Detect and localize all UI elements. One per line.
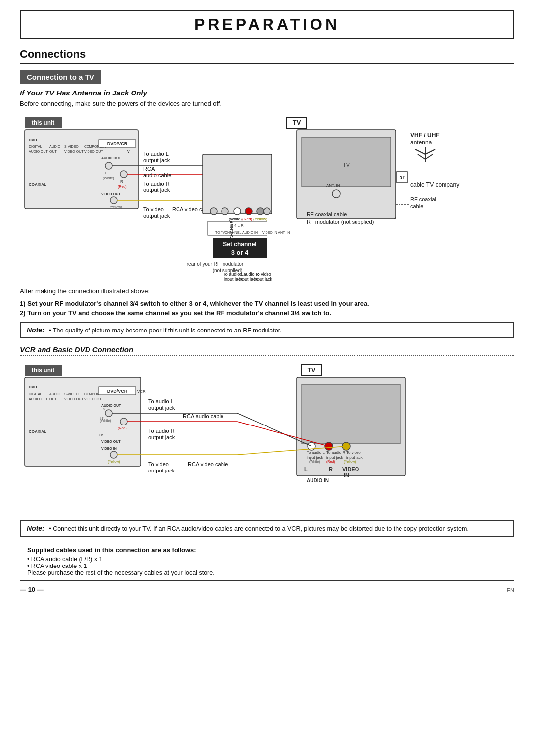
svg-text:VIDEO OUT: VIDEO OUT bbox=[101, 192, 121, 196]
svg-text:RF coaxial cable: RF coaxial cable bbox=[307, 211, 347, 217]
svg-text:output jack: output jack bbox=[148, 405, 175, 411]
step1: 1) Set your RF modulator's channel 3/4 s… bbox=[20, 300, 514, 307]
svg-text:DIGITAL: DIGITAL bbox=[29, 392, 42, 396]
svg-point-26 bbox=[110, 197, 117, 204]
cable2: • RCA video cable x 1 bbox=[27, 563, 507, 569]
svg-text:DIGITAL: DIGITAL bbox=[29, 145, 42, 148]
subsection1-heading: If Your TV Has Antenna in Jack Only bbox=[20, 89, 514, 97]
svg-text:S-VIDEO: S-VIDEO bbox=[64, 392, 79, 396]
svg-rect-130 bbox=[302, 384, 400, 444]
svg-text:To audio L: To audio L bbox=[143, 151, 169, 157]
svg-text:COAXIAL: COAXIAL bbox=[29, 182, 46, 187]
page-number: — 10 — bbox=[20, 586, 44, 593]
svg-text:(Yellow): (Yellow) bbox=[108, 460, 120, 464]
after-text: After making the connection illustrated … bbox=[20, 287, 514, 295]
svg-point-48 bbox=[222, 208, 228, 215]
svg-text:VHF / UHF: VHF / UHF bbox=[410, 132, 440, 139]
svg-point-21 bbox=[120, 171, 127, 178]
svg-text:RCA audio cable: RCA audio cable bbox=[183, 413, 223, 419]
svg-text:input jack: input jack bbox=[254, 277, 273, 281]
cable3: Please purchase the rest of the necessar… bbox=[27, 569, 507, 576]
svg-text:DVD: DVD bbox=[29, 385, 37, 389]
svg-text:RF coaxial: RF coaxial bbox=[410, 196, 436, 202]
svg-line-76 bbox=[415, 149, 425, 154]
svg-rect-40 bbox=[203, 154, 272, 214]
svg-text:Y: Y bbox=[103, 407, 106, 412]
supplied-cables-box: Supplied cables used in this connection … bbox=[20, 542, 514, 581]
note2-box: Note: • Connect this unit directly to yo… bbox=[20, 520, 514, 537]
svg-text:To audio R: To audio R bbox=[326, 450, 345, 455]
svg-text:(White): (White) bbox=[103, 176, 114, 180]
subsection-bar: Connection to a TV bbox=[20, 70, 101, 84]
svg-point-116 bbox=[110, 451, 117, 458]
note2-text: Connect this unit directly to your TV. I… bbox=[53, 525, 469, 532]
svg-text:To audio R: To audio R bbox=[143, 181, 170, 187]
svg-text:TV: TV bbox=[343, 162, 350, 168]
svg-text:To video: To video bbox=[346, 450, 361, 455]
svg-text:or: or bbox=[400, 174, 405, 180]
note1-bullet: • bbox=[49, 327, 51, 334]
svg-text:To audio R: To audio R bbox=[148, 428, 175, 434]
svg-point-47 bbox=[210, 208, 217, 215]
svg-text:(Yellow): (Yellow) bbox=[253, 217, 267, 221]
svg-text:V: V bbox=[127, 150, 130, 153]
svg-text:VIDEO OUT: VIDEO OUT bbox=[84, 397, 103, 401]
svg-text:output jack: output jack bbox=[143, 187, 170, 193]
svg-text:Cr: Cr bbox=[100, 416, 104, 420]
svg-text:output jack: output jack bbox=[148, 468, 175, 473]
svg-text:L: L bbox=[304, 466, 308, 472]
svg-text:cable: cable bbox=[410, 203, 423, 209]
section-heading: Connections bbox=[20, 48, 514, 64]
svg-text:input jack: input jack bbox=[307, 455, 324, 460]
svg-text:output jack: output jack bbox=[143, 157, 170, 163]
svg-text:AUDIO OUT: AUDIO OUT bbox=[29, 397, 48, 401]
svg-text:audio cable: audio cable bbox=[143, 172, 171, 178]
svg-text:input jack: input jack bbox=[346, 455, 363, 460]
steps-list: 1) Set your RF modulator's channel 3/4 s… bbox=[20, 300, 514, 317]
svg-text:ANT. IN: ANT. IN bbox=[326, 183, 340, 188]
page-number-value: 10 bbox=[28, 586, 35, 593]
svg-text:RCA video cable: RCA video cable bbox=[188, 461, 228, 467]
svg-text:To audio L: To audio L bbox=[307, 450, 325, 455]
svg-text:Set channel: Set channel bbox=[223, 241, 256, 248]
svg-text:DVD/VCR: DVD/VCR bbox=[107, 389, 128, 394]
svg-text:L: L bbox=[105, 171, 107, 175]
svg-text:input jack: input jack bbox=[326, 455, 344, 460]
svg-text:rear of your RF modulator: rear of your RF modulator bbox=[187, 261, 244, 267]
step2: 2) Turn on your TV and choose the same c… bbox=[20, 309, 514, 317]
note1-box: Note: • The quality of picture may becom… bbox=[20, 322, 514, 338]
svg-point-18 bbox=[105, 162, 112, 169]
svg-text:VIDEO IN: VIDEO IN bbox=[101, 447, 117, 450]
svg-line-78 bbox=[418, 154, 425, 159]
svg-text:DVD: DVD bbox=[29, 138, 37, 142]
svg-text:DVD/VCR: DVD/VCR bbox=[107, 142, 128, 146]
svg-text:antenna: antenna bbox=[410, 139, 432, 146]
svg-text:Cb: Cb bbox=[99, 433, 103, 437]
supplied-cables-title: Supplied cables used in this connection … bbox=[27, 546, 507, 554]
cable1: • RCA audio cable (L/R) x 1 bbox=[27, 556, 507, 563]
svg-point-106 bbox=[105, 410, 112, 417]
svg-line-77 bbox=[425, 149, 435, 154]
svg-text:To audio L: To audio L bbox=[148, 398, 174, 404]
svg-point-109 bbox=[120, 418, 127, 425]
diagram2: this unit TV DVD DIGITAL AUDIO OUT AUDIO… bbox=[20, 360, 514, 513]
svg-text:RF modulator (not supplied): RF modulator (not supplied) bbox=[307, 219, 374, 225]
svg-text:AUDIO OUT: AUDIO OUT bbox=[101, 156, 121, 160]
svg-text:TV: TV bbox=[293, 119, 301, 126]
note1-text: The quality of picture may become poor i… bbox=[53, 327, 282, 334]
svg-text:VIDEO OUT: VIDEO OUT bbox=[84, 150, 103, 153]
note1-label: Note: bbox=[27, 326, 44, 334]
svg-text:VCR: VCR bbox=[137, 389, 146, 394]
svg-text:IN: IN bbox=[344, 472, 349, 478]
footer-row: — 10 — EN bbox=[20, 586, 514, 593]
svg-point-49 bbox=[234, 208, 241, 215]
svg-point-51 bbox=[257, 208, 264, 215]
svg-text:this unit: this unit bbox=[32, 119, 55, 126]
svg-text:(Red): (Red) bbox=[326, 460, 335, 464]
svg-text:AUDIO IN: AUDIO IN bbox=[242, 231, 258, 234]
svg-text:VIDEO OUT: VIDEO OUT bbox=[101, 440, 121, 443]
svg-text:TV: TV bbox=[308, 366, 316, 374]
svg-text:this unit: this unit bbox=[32, 367, 55, 374]
svg-text:(White): (White) bbox=[309, 460, 320, 464]
page-number-dash2: — bbox=[37, 586, 44, 593]
